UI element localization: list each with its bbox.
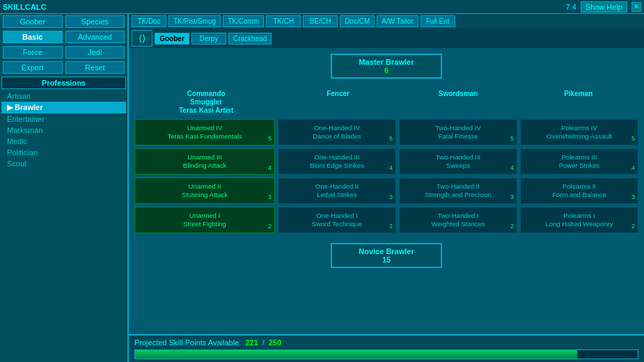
onehanded-ii-num: 3 — [389, 194, 393, 202]
tab-awtailor[interactable]: A/W Tailor — [377, 15, 418, 27]
twohanded-iii-label: Two-Handed IIISweeps — [436, 153, 480, 171]
species-indicator: ⟨⟩ — [132, 30, 152, 47]
advanced-button[interactable]: Advanced — [65, 31, 125, 43]
sidebar-item-marksman[interactable]: Marksman — [1, 125, 126, 136]
skill-row-4: Unarmed IVTeras Kasi Fundementals 5 One-… — [134, 119, 638, 145]
tab-tkcomm[interactable]: TK/Comm — [223, 15, 264, 27]
tab-doccm[interactable]: Doc/CM — [340, 15, 375, 27]
show-help-button[interactable]: Show Help — [581, 1, 627, 13]
tab-row-2: ⟨⟩ Goober Derpy Crackhead — [129, 29, 644, 48]
main-layout: Goober Species Basic Advanced Force Jedi… — [0, 14, 644, 362]
unarmed-ii-cell[interactable]: Unarmed IIStunning Attack 3 — [134, 178, 275, 204]
onehanded-ii-cell[interactable]: One-Handed IILethal Strikes 3 — [278, 178, 396, 204]
polearms-i-num: 2 — [631, 223, 635, 231]
unarmed-iv-num: 5 — [268, 135, 272, 143]
polearms-iv-label: Polearms IVOverwhelming Assault — [547, 124, 612, 141]
onehanded-iv-label: One-Handed IVDance of Blades — [313, 124, 361, 141]
unarmed-ii-label: Unarmed IIStunning Attack — [182, 182, 228, 200]
onehanded-i-cell[interactable]: One-Handed ISword Technique 2 — [278, 207, 396, 233]
tab-derpy[interactable]: Derpy — [191, 33, 226, 45]
unarmed-i-cell[interactable]: Unarmed IStreet Fighting 2 — [134, 207, 275, 233]
polearms-iv-num: 5 — [631, 135, 635, 143]
col-header-first: Commando Smuggler Teras Kasi Artist — [134, 88, 278, 116]
skill-tree-container: Master Brawler 6 Commando Smuggler Teras… — [134, 54, 638, 268]
sidebar-item-medic[interactable]: Medic — [1, 136, 126, 147]
unarmed-ii-num: 3 — [268, 194, 272, 202]
skill-row-3: Unarmed IIIBlinding Attack 4 One-Handed … — [134, 148, 638, 175]
master-brawler-box[interactable]: Master Brawler 6 — [331, 54, 442, 79]
twohanded-i-num: 2 — [510, 223, 514, 231]
onehanded-i-num: 2 — [389, 223, 393, 231]
reset-button[interactable]: Reset — [65, 61, 125, 74]
tab-bech[interactable]: BE/CH — [303, 15, 338, 27]
sidebar-item-politician[interactable]: Politician — [1, 147, 126, 158]
polearms-iii-cell[interactable]: Polearms IIIPower Strikes 4 — [520, 148, 638, 175]
sidebar-item-artisan[interactable]: Artisan — [1, 90, 126, 102]
skill-tree-area: Master Brawler 6 Commando Smuggler Teras… — [129, 48, 644, 334]
basic-button[interactable]: Basic — [3, 31, 63, 43]
onehanded-iii-label: One-Handed IIIBlunt Edge Strikes — [310, 153, 364, 171]
arrow-icon: ⟨⟩ — [139, 33, 146, 44]
professions-title: Professions — [1, 77, 126, 89]
version-label: 7.4 — [566, 3, 576, 11]
progress-bar-background — [134, 349, 638, 359]
unarmed-iv-label: Unarmed IVTeras Kasi Fundementals — [167, 124, 242, 141]
tab-fullent[interactable]: Full Ent — [421, 15, 455, 27]
btn-row-4: Export Reset — [0, 60, 127, 75]
twohanded-iii-cell[interactable]: Two-Handed IIISweeps 4 — [399, 148, 517, 175]
btn-row-3: Force Jedi — [0, 45, 127, 60]
skill-row-2: Unarmed IIStunning Attack 3 One-Handed I… — [134, 178, 638, 204]
polearms-ii-cell[interactable]: Polearms IIForm and Balance 3 — [520, 178, 638, 204]
column-headers: Commando Smuggler Teras Kasi Artist Fenc… — [134, 88, 638, 116]
tab-tkdoc[interactable]: TK/Doc — [132, 15, 166, 27]
sidebar-item-brawler[interactable]: Brawler — [1, 102, 126, 113]
twohanded-iv-label: Two-Handed IVFatal Finesse — [435, 124, 480, 141]
onehanded-iv-cell[interactable]: One-Handed IVDance of Blades 5 — [278, 119, 396, 145]
twohanded-i-cell[interactable]: Two-Handed IWeighted Stances 2 — [399, 207, 517, 233]
novice-box-num: 15 — [382, 255, 391, 264]
species-button[interactable]: Species — [65, 15, 125, 28]
tab-crackhead[interactable]: Crackhead — [228, 33, 272, 45]
twohanded-ii-cell[interactable]: Two-Handed IIStrength and Precision 3 — [399, 178, 517, 204]
tab-goober[interactable]: Goober — [155, 33, 189, 45]
tab-tkch[interactable]: TK/CH — [266, 15, 301, 27]
jedi-button[interactable]: Jedi — [65, 46, 125, 58]
twohanded-iv-num: 5 — [510, 135, 514, 143]
polearms-ii-num: 3 — [631, 194, 635, 202]
sidebar-item-scout[interactable]: Scout — [1, 158, 126, 169]
onehanded-iii-num: 4 — [389, 164, 393, 173]
polearms-iii-label: Polearms IIIPower Strikes — [559, 153, 600, 171]
skill-row-1: Unarmed IStreet Fighting 2 One-Handed IS… — [134, 207, 638, 233]
tab-row-1: TK/Doc TK/Pist/Smug TK/Comm TK/CH BE/CH … — [129, 14, 644, 29]
btn-row-1: Goober Species — [0, 14, 127, 29]
unarmed-iii-cell[interactable]: Unarmed IIIBlinding Attack 4 — [134, 148, 275, 175]
bottom-bar: Projected Skill Points Available: 221 / … — [129, 334, 644, 362]
force-button[interactable]: Force — [3, 46, 63, 58]
twohanded-iv-cell[interactable]: Two-Handed IVFatal Finesse 5 — [399, 119, 517, 145]
tab-tkpistsmug[interactable]: TK/Pist/Smug — [168, 15, 221, 27]
unarmed-iii-num: 4 — [268, 164, 272, 173]
unarmed-iv-cell[interactable]: Unarmed IVTeras Kasi Fundementals 5 — [134, 119, 275, 145]
progress-bar-fill — [135, 350, 577, 359]
onehanded-ii-label: One-Handed IILethal Strikes — [315, 182, 359, 200]
master-box-row: Master Brawler 6 — [331, 54, 442, 79]
polearms-iii-num: 4 — [631, 164, 635, 173]
sidebar-item-entertainer[interactable]: Entertainer — [1, 113, 126, 125]
col-header-first-line2: Smuggler — [190, 98, 222, 106]
col-header-first-line1: Commando — [187, 90, 226, 97]
onehanded-iii-cell[interactable]: One-Handed IIIBlunt Edge Strikes 4 — [278, 148, 396, 175]
skill-rows: Unarmed IVTeras Kasi Fundementals 5 One-… — [134, 119, 638, 233]
polearms-iv-cell[interactable]: Polearms IVOverwhelming Assault 5 — [520, 119, 638, 145]
col-header-first-line3: Teras Kasi Artist — [179, 107, 233, 114]
unarmed-i-label: Unarmed IStreet Fighting — [183, 212, 226, 229]
col-header-fencer: Fencer — [278, 88, 398, 116]
onehanded-iv-num: 5 — [389, 135, 393, 143]
export-button[interactable]: Export — [3, 61, 63, 74]
close-button[interactable]: ✕ — [631, 2, 641, 12]
col-header-pikeman: Pikeman — [518, 88, 638, 116]
btn-row-2: Basic Advanced — [0, 29, 127, 45]
professions-panel: Professions Artisan Brawler Entertainer … — [0, 75, 127, 362]
novice-brawler-box[interactable]: Novice Brawler 15 — [331, 243, 442, 268]
goober-button[interactable]: Goober — [3, 15, 63, 28]
polearms-i-cell[interactable]: Polearms ILong Halted Weaponry 2 — [520, 207, 638, 233]
